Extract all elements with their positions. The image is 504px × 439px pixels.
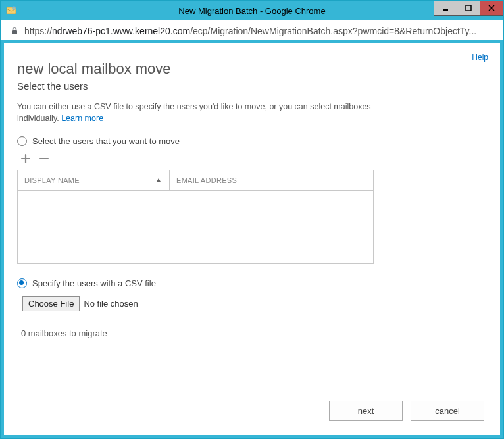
learn-more-link[interactable]: Learn more: [61, 114, 103, 123]
radio-select-users[interactable]: [17, 136, 27, 146]
window-titlebar: New Migration Batch - Google Chrome: [1, 1, 503, 20]
column-email[interactable]: EMAIL ADDRESS: [170, 170, 373, 190]
radio-csv[interactable]: [17, 278, 27, 288]
wizard-footer: next cancel: [17, 397, 487, 427]
svg-point-1: [12, 6, 16, 10]
next-button[interactable]: next: [329, 401, 403, 421]
column-display-name[interactable]: DISPLAY NAME: [18, 170, 170, 190]
page-content: Help new local mailbox move Select the u…: [4, 43, 500, 435]
page-title: new local mailbox move: [17, 61, 487, 78]
add-user-button[interactable]: [20, 153, 32, 165]
remove-user-button[interactable]: [38, 153, 50, 165]
option-csv[interactable]: Specify the users with a CSV file: [17, 278, 487, 288]
column-display-name-label: DISPLAY NAME: [24, 176, 80, 184]
mailbox-count-status: 0 mailboxes to migrate: [21, 328, 487, 338]
app-icon: [6, 5, 16, 16]
content-frame: Help new local mailbox move Select the u…: [1, 40, 503, 438]
lock-icon: [10, 26, 19, 36]
help-link[interactable]: Help: [472, 53, 488, 62]
page-description: You can either use a CSV file to specify…: [17, 101, 386, 124]
minimize-button[interactable]: [434, 1, 457, 16]
column-email-label: EMAIL ADDRESS: [176, 176, 237, 184]
user-grid-toolbar: [20, 153, 487, 165]
maximize-button[interactable]: [457, 1, 480, 16]
file-name-label: No file chosen: [84, 299, 138, 309]
svg-rect-3: [466, 5, 471, 11]
choose-file-button[interactable]: Choose File: [22, 296, 80, 311]
sort-asc-icon: [156, 176, 161, 184]
url-host: ndrweb76-pc1.www.kernel20.com: [52, 26, 190, 36]
grid-body[interactable]: [18, 191, 373, 263]
svg-rect-4: [12, 30, 17, 34]
chrome-window: New Migration Batch - Google Chrome http…: [0, 0, 504, 439]
option-select-users-label: Select the users that you want to move: [32, 136, 180, 146]
option-select-users[interactable]: Select the users that you want to move: [17, 136, 487, 146]
grid-header: DISPLAY NAME EMAIL ADDRESS: [18, 170, 373, 191]
url-protocol: https://: [24, 26, 52, 36]
window-controls: [434, 1, 503, 15]
url-path: /ecp/Migration/NewMigrationBatch.aspx?pw…: [190, 26, 476, 36]
url-text: https://ndrweb76-pc1.www.kernel20.com/ec…: [24, 26, 494, 36]
address-bar[interactable]: https://ndrweb76-pc1.www.kernel20.com/ec…: [3, 22, 501, 40]
window-title: New Migration Batch - Google Chrome: [1, 6, 503, 16]
option-csv-label: Specify the users with a CSV file: [32, 278, 156, 288]
cancel-button[interactable]: cancel: [411, 401, 484, 421]
page-subtitle: Select the users: [17, 80, 487, 91]
close-button[interactable]: [480, 1, 503, 16]
file-chooser-row: Choose File No file chosen: [22, 296, 487, 311]
svg-rect-2: [443, 9, 448, 11]
user-grid: DISPLAY NAME EMAIL ADDRESS: [17, 170, 374, 264]
